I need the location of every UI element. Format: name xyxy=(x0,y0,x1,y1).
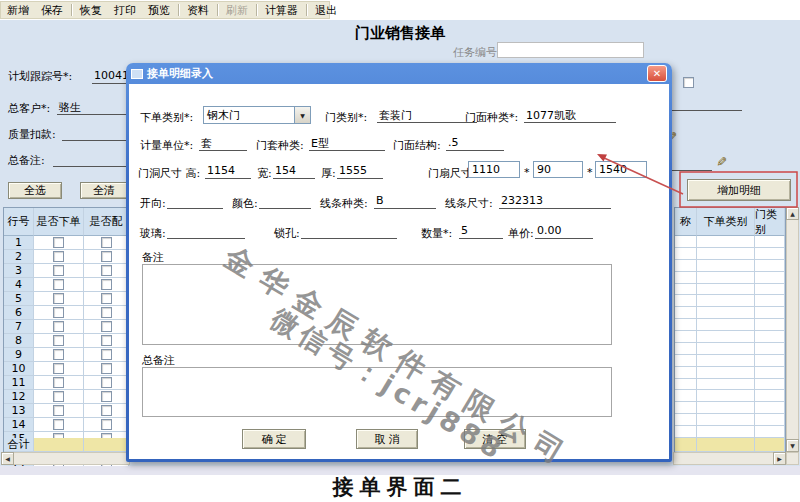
select-all-button[interactable]: 全选 xyxy=(8,182,62,199)
name-cell xyxy=(675,331,697,343)
ordered-cell xyxy=(34,348,84,362)
toolbar-button-新增[interactable]: 新增 xyxy=(1,3,35,18)
row-checkbox[interactable] xyxy=(53,293,64,304)
right-grid-body xyxy=(675,236,785,438)
open-direction-field[interactable] xyxy=(167,194,223,209)
hole-height-field[interactable]: 1154 xyxy=(205,164,251,179)
unit-field[interactable]: 套 xyxy=(199,136,247,151)
close-icon[interactable]: ✕ xyxy=(647,65,667,82)
row-checkbox[interactable] xyxy=(53,405,64,416)
row-checkbox[interactable] xyxy=(101,335,112,346)
add-detail-button[interactable]: 增加明细 xyxy=(687,179,791,201)
row-checkbox[interactable] xyxy=(53,237,64,248)
row-checkbox[interactable] xyxy=(53,265,64,276)
scroll-up-button[interactable]: ▲ xyxy=(786,207,799,220)
vertical-scrollbar[interactable] xyxy=(786,207,799,452)
row-checkbox[interactable] xyxy=(53,363,64,374)
total-row xyxy=(675,438,785,452)
customer-field[interactable]: 骆生 xyxy=(57,100,129,115)
edit-pencil-icon[interactable]: ✎ xyxy=(714,156,729,167)
plan-no-field[interactable]: 100414-001 xyxy=(92,57,129,84)
line-size-field[interactable]: 232313 xyxy=(499,194,611,209)
row-checkbox[interactable] xyxy=(101,251,112,262)
leaf-width-input[interactable]: 1110 xyxy=(468,161,520,178)
name-cell xyxy=(675,307,697,319)
row-checkbox[interactable] xyxy=(101,349,112,360)
row-checkbox[interactable] xyxy=(53,335,64,346)
dialog-title: 接单明细录入 xyxy=(147,66,213,81)
table-row xyxy=(675,272,785,284)
toolbar-button-预览[interactable]: 预览 xyxy=(142,3,176,18)
door-category-field[interactable]: 套装门 xyxy=(377,108,477,123)
row-checkbox[interactable] xyxy=(101,321,112,332)
face-type-field[interactable]: 1077凯歌 xyxy=(524,108,616,123)
col-header-name-partial: 称 xyxy=(675,208,697,236)
row-checkbox[interactable] xyxy=(101,279,112,290)
door-category-cell xyxy=(755,260,785,272)
name-cell xyxy=(675,402,697,414)
leaf-depth-input[interactable]: 90 xyxy=(533,161,583,178)
row-checkbox[interactable] xyxy=(53,251,64,262)
name-cell xyxy=(675,236,697,248)
remark-field-right[interactable] xyxy=(672,156,712,171)
row-checkbox[interactable] xyxy=(101,405,112,416)
row-checkbox[interactable] xyxy=(53,419,64,430)
toolbar-button-退出[interactable]: 退出 xyxy=(309,3,343,18)
ordered-cell xyxy=(34,376,84,390)
row-checkbox[interactable] xyxy=(53,321,64,332)
hole-width-field[interactable]: 154 xyxy=(273,164,315,179)
frame-type-field[interactable]: E型 xyxy=(309,136,385,151)
h-scrollbar-left[interactable] xyxy=(1,452,130,465)
h-scrollbar-right[interactable] xyxy=(673,452,786,465)
remark-textarea[interactable] xyxy=(142,264,612,345)
row-checkbox[interactable] xyxy=(53,391,64,402)
clear-button[interactable]: 清 空 xyxy=(464,429,526,449)
row-checkbox[interactable] xyxy=(53,279,64,290)
leaf-height-input[interactable]: 1540 xyxy=(595,161,647,178)
scroll-right-button[interactable]: ▶ xyxy=(773,452,786,465)
dialog-body: 下单类别*: 钢木门 ▼ 门类别*: 套装门 门面种类*: 1077凯歌 计量单… xyxy=(129,84,669,459)
row-checkbox[interactable] xyxy=(53,349,64,360)
unit-price-field[interactable]: 0.00 xyxy=(535,224,593,239)
total-remark-textarea[interactable] xyxy=(142,367,612,417)
row-checkbox[interactable] xyxy=(101,237,112,248)
color-field[interactable] xyxy=(259,194,311,209)
toolbar-button-保存[interactable]: 保存 xyxy=(35,3,69,18)
quantity-field[interactable]: 5 xyxy=(459,224,503,239)
row-checkbox[interactable] xyxy=(101,293,112,304)
order-type-select[interactable]: 钢木门 ▼ xyxy=(203,106,311,124)
total-remark-field[interactable] xyxy=(53,152,129,167)
table-row: 7 xyxy=(4,320,129,334)
hole-thickness-field[interactable]: 1555 xyxy=(337,164,383,179)
quality-deduction-field[interactable] xyxy=(62,126,129,141)
toolbar-button-恢复[interactable]: 恢复 xyxy=(74,3,108,18)
order-type-cell xyxy=(697,390,755,402)
plan-row-checkbox[interactable] xyxy=(683,77,694,88)
configured-cell xyxy=(84,320,129,334)
ordered-cell xyxy=(34,320,84,334)
lock-hole-field[interactable] xyxy=(301,224,397,239)
toolbar-button-计算器[interactable]: 计算器 xyxy=(259,3,304,18)
row-checkbox[interactable] xyxy=(101,363,112,374)
scroll-left-button[interactable]: ◀ xyxy=(1,452,14,465)
row-checkbox[interactable] xyxy=(101,307,112,318)
task-no-input[interactable] xyxy=(497,42,644,58)
row-checkbox[interactable] xyxy=(101,391,112,402)
cancel-button[interactable]: 取 消 xyxy=(356,429,418,449)
row-checkbox[interactable] xyxy=(53,377,64,388)
line-type-field[interactable]: B xyxy=(374,194,436,209)
row-checkbox[interactable] xyxy=(101,419,112,430)
clear-all-button[interactable]: 全清 xyxy=(80,182,128,199)
name-cell xyxy=(675,272,697,284)
row-checkbox[interactable] xyxy=(101,377,112,388)
ok-button[interactable]: 确 定 xyxy=(242,429,306,449)
scroll-down-button[interactable]: ▼ xyxy=(786,439,799,452)
row-checkbox[interactable] xyxy=(53,307,64,318)
customer-field-right[interactable] xyxy=(672,96,742,111)
face-structure-field[interactable]: .5 xyxy=(446,136,504,151)
toolbar-button-打印[interactable]: 打印 xyxy=(108,3,142,18)
toolbar-button-资料[interactable]: 资料 xyxy=(181,3,215,18)
glass-field[interactable] xyxy=(167,224,245,239)
row-checkbox[interactable] xyxy=(101,265,112,276)
chevron-down-icon[interactable]: ▼ xyxy=(294,107,310,123)
